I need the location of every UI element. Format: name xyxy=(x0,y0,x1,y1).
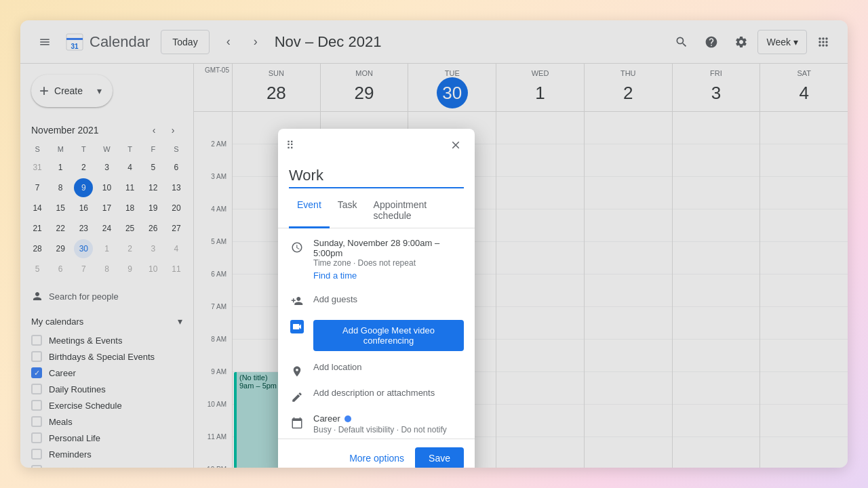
save-button[interactable]: Save xyxy=(415,447,464,468)
close-button[interactable] xyxy=(445,134,467,156)
event-datetime[interactable]: Sunday, November 28 9:00am – 5:00pm xyxy=(313,238,464,258)
video-icon xyxy=(289,319,305,335)
drag-handle-icon: ⠿ xyxy=(286,139,294,152)
tab-appointment[interactable]: Appointment schedule xyxy=(366,194,464,228)
add-guests-input[interactable] xyxy=(313,291,464,307)
meet-row: Add Google Meet video conferencing xyxy=(278,313,475,358)
guests-row xyxy=(278,287,475,313)
event-timezone[interactable]: Time zone · Does not repeat xyxy=(313,258,464,268)
more-options-button[interactable]: More options xyxy=(344,447,410,468)
person-add-icon xyxy=(289,293,305,309)
location-row: Add location xyxy=(278,358,475,384)
add-description-input[interactable]: Add description or attachments xyxy=(313,388,435,398)
meet-button[interactable]: Add Google Meet video conferencing xyxy=(313,320,464,351)
add-location-input[interactable]: Add location xyxy=(313,362,362,372)
modal-header: ⠿ xyxy=(278,129,475,161)
modal-overlay[interactable]: ⠿ Event Task Appointment schedule xyxy=(20,20,848,468)
description-icon xyxy=(289,389,305,405)
calendar-name-row: Career xyxy=(313,413,464,424)
datetime-row: Sunday, November 28 9:00am – 5:00pm Time… xyxy=(278,234,475,287)
calendar-status: Busy · Default visibility · Do not notif… xyxy=(313,425,464,434)
tab-task[interactable]: Task xyxy=(330,194,366,228)
event-title-input[interactable] xyxy=(289,164,464,188)
calendar-color-dot xyxy=(344,415,351,422)
calendar-row: Career Busy · Default visibility · Do no… xyxy=(278,409,475,439)
location-icon xyxy=(289,363,305,380)
find-time-link[interactable]: Find a time xyxy=(313,268,464,283)
new-event-modal: ⠿ Event Task Appointment schedule xyxy=(278,129,475,468)
modal-tabs: Event Task Appointment schedule xyxy=(278,194,475,228)
calendar-icon xyxy=(289,415,305,431)
clock-icon xyxy=(289,239,305,256)
modal-footer: More options Save xyxy=(278,439,475,468)
tab-event[interactable]: Event xyxy=(289,194,330,228)
app-container: 31 Calendar Today ‹ › Nov – Dec 2021 xyxy=(20,20,848,468)
description-row: Add description or attachments xyxy=(278,384,475,409)
calendar-name: Career xyxy=(313,413,340,424)
